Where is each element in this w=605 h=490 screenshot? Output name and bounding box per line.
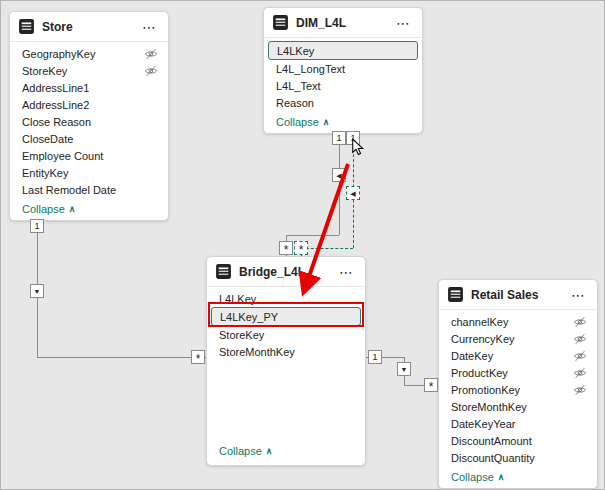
table-header[interactable]: Bridge_L4L ⋯ bbox=[207, 257, 365, 287]
field-row[interactable]: PromotionKey bbox=[439, 381, 597, 398]
eye-slash-icon bbox=[573, 315, 587, 329]
annotation-red-box bbox=[208, 302, 364, 327]
field-row[interactable]: DiscountQuantity bbox=[439, 449, 597, 466]
field-row[interactable]: StoreMonthKey bbox=[439, 398, 597, 415]
field-row[interactable]: L4L_Text bbox=[264, 77, 422, 94]
table-icon bbox=[272, 14, 289, 31]
more-options-icon[interactable]: ⋯ bbox=[568, 287, 589, 303]
table-card-store[interactable]: Store ⋯ GeographyKey StoreKey AddressLin… bbox=[9, 11, 169, 221]
relationship-line-inactive[interactable] bbox=[301, 248, 353, 249]
cardinality-many[interactable]: * bbox=[279, 241, 293, 255]
collapse-button[interactable]: Collapse∧ bbox=[10, 198, 168, 220]
field-row[interactable]: Employee Count bbox=[10, 147, 168, 164]
filter-direction-down-icon[interactable]: ▼ bbox=[397, 362, 411, 376]
table-header[interactable]: DIM_L4L ⋯ bbox=[264, 8, 422, 38]
table-title: Store bbox=[42, 20, 139, 34]
field-row[interactable]: ProductKey bbox=[439, 364, 597, 381]
relationship-line[interactable] bbox=[37, 357, 206, 358]
eye-slash-icon bbox=[573, 366, 587, 380]
table-title: Bridge_L4L bbox=[239, 265, 336, 279]
more-options-icon[interactable]: ⋯ bbox=[393, 15, 414, 31]
table-icon bbox=[215, 263, 232, 280]
more-options-icon[interactable]: ⋯ bbox=[139, 19, 160, 35]
field-row[interactable]: Last Remodel Date bbox=[10, 181, 168, 198]
chevron-up-icon: ∧ bbox=[266, 446, 273, 456]
field-row[interactable]: Close Reason bbox=[10, 113, 168, 130]
filter-direction-left-icon[interactable]: ◀ bbox=[332, 168, 346, 182]
cardinality-one[interactable]: 1 bbox=[332, 131, 346, 145]
table-title: Retail Sales bbox=[471, 288, 568, 302]
cardinality-many[interactable]: * bbox=[191, 350, 205, 364]
more-options-icon[interactable]: ⋯ bbox=[336, 264, 357, 280]
table-card-dim-l4l[interactable]: DIM_L4L ⋯ L4LKey L4L_LongText L4L_Text R… bbox=[263, 7, 423, 134]
field-row[interactable]: EntityKey bbox=[10, 164, 168, 181]
eye-slash-icon bbox=[573, 349, 587, 363]
eye-slash-icon bbox=[573, 332, 587, 346]
filter-direction-left-icon[interactable]: ◀ bbox=[346, 186, 360, 200]
field-row[interactable]: DateKeyYear bbox=[439, 415, 597, 432]
mouse-cursor bbox=[351, 138, 365, 157]
field-row[interactable]: CurrencyKey bbox=[439, 330, 597, 347]
field-row[interactable]: StoreKey bbox=[10, 62, 168, 79]
table-header[interactable]: Retail Sales ⋯ bbox=[439, 280, 597, 310]
cardinality-many[interactable]: * bbox=[424, 378, 438, 392]
collapse-button[interactable]: Collapse∧ bbox=[207, 440, 272, 462]
table-card-bridge-l4l[interactable]: Bridge_L4L ⋯ L4LKey L4LKey_PY StoreKey S… bbox=[206, 256, 366, 466]
relationship-line[interactable] bbox=[339, 134, 340, 235]
field-row[interactable]: DateKey bbox=[439, 347, 597, 364]
field-row[interactable]: StoreKey bbox=[207, 326, 365, 343]
chevron-up-icon: ∧ bbox=[498, 472, 505, 482]
field-row[interactable]: GeographyKey bbox=[10, 45, 168, 62]
table-title: DIM_L4L bbox=[296, 16, 393, 30]
filter-direction-down-icon[interactable]: ▼ bbox=[30, 284, 44, 298]
table-icon bbox=[18, 18, 35, 35]
table-card-retail-sales[interactable]: Retail Sales ⋯ channelKey CurrencyKey Da… bbox=[438, 279, 598, 489]
table-icon bbox=[447, 286, 464, 303]
cardinality-one[interactable]: 1 bbox=[368, 350, 382, 364]
eye-slash-icon bbox=[144, 64, 158, 78]
cardinality-many[interactable]: * bbox=[294, 241, 308, 255]
cardinality-one[interactable]: 1 bbox=[30, 219, 44, 233]
field-row[interactable]: L4L_LongText bbox=[264, 60, 422, 77]
field-row[interactable]: CloseDate bbox=[10, 130, 168, 147]
eye-slash-icon bbox=[144, 47, 158, 61]
eye-slash-icon bbox=[573, 383, 587, 397]
chevron-up-icon: ∧ bbox=[323, 117, 330, 127]
field-row-selected[interactable]: L4LKey bbox=[268, 41, 418, 60]
field-row[interactable]: Reason bbox=[264, 94, 422, 111]
chevron-up-icon: ∧ bbox=[69, 204, 76, 214]
field-row[interactable]: DiscountAmount bbox=[439, 432, 597, 449]
collapse-button[interactable]: Collapse∧ bbox=[439, 466, 597, 488]
field-row[interactable]: AddressLine2 bbox=[10, 96, 168, 113]
field-row[interactable]: channelKey bbox=[439, 313, 597, 330]
field-row[interactable]: StoreMonthKey bbox=[207, 343, 365, 360]
field-row[interactable]: AddressLine1 bbox=[10, 79, 168, 96]
model-view-canvas[interactable]: 1 ▼ * 1 ◀ * 1 ◀ * 1 ▼ * Store ⋯ Geograph… bbox=[0, 0, 605, 490]
collapse-button[interactable]: Collapse∧ bbox=[264, 111, 422, 133]
table-header[interactable]: Store ⋯ bbox=[10, 12, 168, 42]
relationship-line[interactable] bbox=[286, 235, 339, 236]
